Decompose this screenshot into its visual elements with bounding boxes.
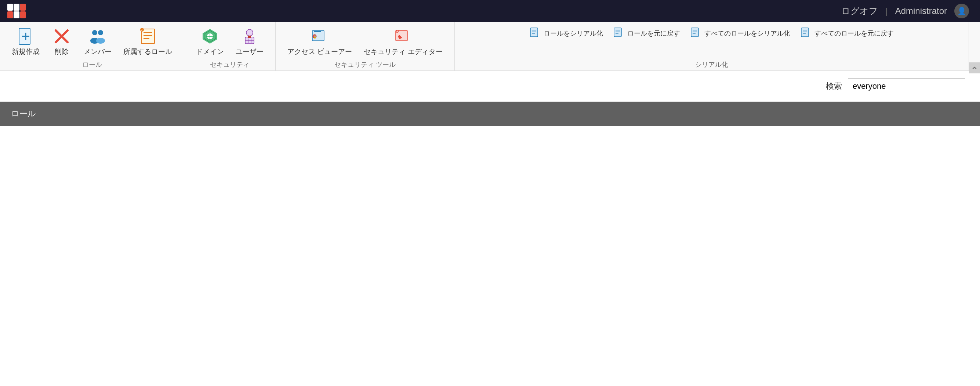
svg-rect-22 xyxy=(248,36,251,38)
logout-button[interactable]: ログオフ xyxy=(841,5,878,17)
user-label: ユーザー xyxy=(235,47,264,57)
restore-all-button[interactable]: すべてのロールを元に戻す xyxy=(796,25,898,40)
delete-icon xyxy=(52,27,71,46)
restore-all-icon xyxy=(800,27,811,38)
members-icon xyxy=(89,27,107,46)
serialize-role-icon xyxy=(530,27,541,38)
restore-all-label: すべてのロールを元に戻す xyxy=(815,29,894,38)
svg-rect-9 xyxy=(141,29,154,44)
new-label: 新規作成 xyxy=(12,47,40,57)
svg-rect-21 xyxy=(245,37,254,44)
admin-label: Administrator xyxy=(895,6,947,16)
svg-rect-32 xyxy=(530,28,538,37)
access-viewer-icon: 🔒 xyxy=(310,27,329,46)
security-group-label: セキュリティ xyxy=(210,60,250,69)
svg-rect-40 xyxy=(691,28,698,37)
security-editor-icon xyxy=(394,27,412,46)
ribbon-group-serialize: ロールをシリアル化 ロールを元に戻す xyxy=(455,22,969,70)
ribbon-group-security: ドメイン ユーザー セキ xyxy=(184,22,276,70)
svg-point-5 xyxy=(92,30,97,35)
serialize-all-icon xyxy=(690,27,702,38)
ribbon-group-security-tools: 🔒 アクセス ビューアー セ xyxy=(276,22,455,70)
svg-text:🔒: 🔒 xyxy=(313,35,317,38)
avatar[interactable]: 👤 xyxy=(954,4,969,18)
serialize-role-label: ロールをシリアル化 xyxy=(544,29,603,38)
serialize-all-label: すべてのロールをシリアル化 xyxy=(704,29,790,38)
new-button[interactable]: 新規作成 xyxy=(7,25,44,59)
ribbon-group-roles: 新規作成 削除 xyxy=(0,22,184,70)
domain-icon xyxy=(201,27,219,46)
avatar-icon: 👤 xyxy=(957,6,966,16)
topbar-separator: | xyxy=(885,6,888,16)
serialize-all-button[interactable]: すべてのロールをシリアル化 xyxy=(686,25,795,40)
svg-point-8 xyxy=(96,38,105,44)
delete-button[interactable]: 削除 xyxy=(47,25,76,59)
restore-role-button[interactable]: ロールを元に戻す xyxy=(609,25,684,40)
belong-roles-button[interactable]: ✓ 所属するロール xyxy=(119,25,177,59)
svg-rect-44 xyxy=(801,28,808,37)
belong-roles-label: 所属するロール xyxy=(123,47,172,57)
ribbon: 新規作成 削除 xyxy=(0,22,980,71)
security-tools-group-label: セキュリティ ツール xyxy=(334,60,396,69)
access-viewer-label: アクセス ビューアー xyxy=(287,47,352,57)
belong-roles-icon: ✓ xyxy=(139,27,157,46)
user-button[interactable]: ユーザー xyxy=(231,25,268,59)
search-label: 検索 xyxy=(826,81,842,92)
members-label: メンバー xyxy=(84,47,111,57)
svg-point-6 xyxy=(98,30,103,35)
restore-role-icon xyxy=(613,27,624,38)
serialize-role-button[interactable]: ロールをシリアル化 xyxy=(525,25,608,40)
table-body xyxy=(0,126,980,383)
domain-label: ドメイン xyxy=(196,47,224,57)
svg-text:✓: ✓ xyxy=(141,29,143,32)
table-header-text: ロール xyxy=(11,109,36,118)
search-bar: 検索 xyxy=(0,71,980,102)
domain-button[interactable]: ドメイン xyxy=(192,25,228,59)
serialize-group-label: シリアル化 xyxy=(695,60,728,69)
svg-rect-36 xyxy=(614,28,621,37)
new-icon xyxy=(16,27,35,46)
table-header: ロール xyxy=(0,102,980,126)
restore-role-label: ロールを元に戻す xyxy=(627,29,680,38)
app-logo xyxy=(7,4,26,18)
svg-point-20 xyxy=(246,29,253,36)
svg-rect-29 xyxy=(314,31,321,32)
delete-label: 削除 xyxy=(55,47,68,57)
ribbon-collapse-button[interactable] xyxy=(969,62,980,73)
user-icon xyxy=(240,27,259,46)
members-button[interactable]: メンバー xyxy=(79,25,116,59)
security-editor-label: セキュリティ エディター xyxy=(364,47,442,57)
roles-group-label: ロール xyxy=(82,60,102,69)
access-viewer-button[interactable]: 🔒 アクセス ビューアー xyxy=(283,25,356,59)
search-input[interactable] xyxy=(848,78,965,94)
content-area: 検索 ロール xyxy=(0,71,980,386)
security-editor-button[interactable]: セキュリティ エディター xyxy=(360,25,447,59)
